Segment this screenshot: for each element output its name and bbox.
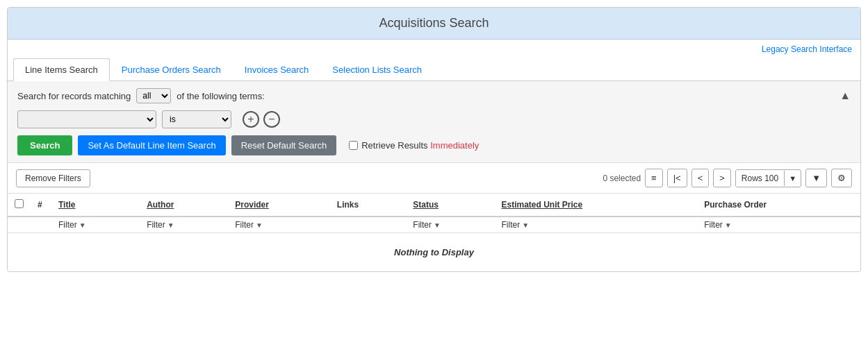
- selected-count: 0 selected: [603, 174, 641, 183]
- select-all-checkbox[interactable]: [15, 199, 24, 208]
- set-default-button[interactable]: Set As Default Line Item Search: [78, 135, 225, 155]
- filter-author-arrow-icon: ▼: [167, 221, 174, 229]
- retrieve-immediately-label: Retrieve Results Immediately: [349, 140, 479, 151]
- th-provider[interactable]: Provider: [228, 194, 330, 217]
- tab-line-items[interactable]: Line Items Search: [13, 58, 110, 81]
- th-links: Links: [330, 194, 407, 217]
- empty-message: Nothing to Display: [8, 233, 860, 272]
- filter-po-arrow-icon: ▼: [725, 221, 732, 229]
- settings-button[interactable]: ⚙: [831, 169, 852, 187]
- tab-invoices[interactable]: Invoices Search: [233, 58, 321, 81]
- th-checkbox: [8, 194, 31, 217]
- legacy-search-link[interactable]: Legacy Search Interface: [762, 44, 852, 54]
- field-select[interactable]: Title Author Provider Status: [17, 110, 156, 128]
- first-page-button[interactable]: |<: [667, 169, 687, 187]
- remove-filters-button[interactable]: Remove Filters: [16, 169, 90, 187]
- filter-po-label: Filter: [704, 220, 723, 230]
- search-form: Search for records matching all any of t…: [8, 81, 860, 163]
- search-button[interactable]: Search: [17, 135, 72, 155]
- tab-selection-lists[interactable]: Selection Lists Search: [320, 58, 434, 81]
- next-page-button[interactable]: >: [713, 169, 731, 187]
- filter-price-button[interactable]: Filter ▼: [501, 220, 529, 230]
- filter-cell-links: [330, 217, 407, 233]
- filter-cell-title: Filter ▼: [51, 217, 140, 233]
- chevron-down-icon: ▼: [812, 173, 821, 183]
- search-suffix-label: of the following terms:: [177, 91, 264, 101]
- match-select[interactable]: all any: [136, 88, 171, 103]
- th-status[interactable]: Status: [406, 194, 494, 217]
- th-estimated-unit-price[interactable]: Estimated Unit Price: [494, 194, 697, 217]
- filter-cell-po: Filter ▼: [697, 217, 860, 233]
- remove-term-button[interactable]: −: [263, 111, 280, 128]
- tabs-row: Line Items Search Purchase Orders Search…: [8, 58, 860, 81]
- filter-cell-num: [31, 217, 51, 233]
- reset-default-button[interactable]: Reset Default Search: [231, 135, 337, 155]
- column-visibility-button[interactable]: ▼: [805, 169, 827, 187]
- rows-label: Rows 100: [736, 170, 784, 187]
- filter-author-label: Filter: [147, 220, 165, 230]
- rows-caret[interactable]: ▼: [784, 171, 801, 186]
- filter-row: Filter ▼ Filter ▼ Filter: [8, 217, 860, 233]
- filter-title-arrow-icon: ▼: [79, 221, 86, 229]
- filter-status-label: Filter: [413, 220, 432, 230]
- search-prefix-label: Search for records matching: [17, 91, 131, 101]
- next-page-icon: >: [719, 173, 725, 183]
- filter-cell-price: Filter ▼: [494, 217, 697, 233]
- results-table-wrap: # Title Author Provider Links Status Est…: [8, 194, 860, 271]
- retrieve-immediately-checkbox[interactable]: [349, 141, 358, 150]
- app-title: Acquisitions Search: [8, 8, 860, 40]
- filter-author-button[interactable]: Filter ▼: [147, 220, 174, 230]
- th-purchase-order: Purchase Order: [697, 194, 860, 217]
- results-toolbar: Remove Filters 0 selected ≡ |< < > Rows …: [8, 163, 860, 194]
- filter-provider-button[interactable]: Filter ▼: [235, 220, 263, 230]
- filter-cell-author: Filter ▼: [140, 217, 228, 233]
- first-page-icon: |<: [673, 173, 681, 183]
- retrieve-text: Retrieve Results Immediately: [361, 140, 479, 151]
- filter-provider-arrow-icon: ▼: [256, 221, 263, 229]
- add-term-button[interactable]: +: [243, 111, 259, 128]
- filter-status-button[interactable]: Filter ▼: [413, 220, 441, 230]
- select-all-icon: ≡: [651, 173, 657, 183]
- retrieve-highlight: Immediately: [430, 140, 479, 151]
- rows-select-wrap: Rows 100 ▼: [735, 169, 801, 187]
- filter-title-button[interactable]: Filter ▼: [58, 220, 86, 230]
- empty-row: Nothing to Display: [8, 233, 860, 272]
- th-author[interactable]: Author: [140, 194, 228, 217]
- th-number: #: [31, 194, 51, 217]
- select-all-button[interactable]: ≡: [645, 169, 663, 187]
- prev-page-icon: <: [698, 173, 703, 183]
- collapse-button[interactable]: ▲: [840, 90, 851, 102]
- prev-page-button[interactable]: <: [691, 169, 710, 187]
- filter-po-button[interactable]: Filter ▼: [704, 220, 732, 230]
- operator-select[interactable]: is is not contains does not contain: [162, 110, 231, 128]
- filter-price-label: Filter: [501, 220, 520, 230]
- filter-provider-label: Filter: [235, 220, 254, 230]
- filter-title-label: Filter: [58, 220, 77, 230]
- filter-status-arrow-icon: ▼: [434, 221, 441, 229]
- results-table: # Title Author Provider Links Status Est…: [8, 194, 860, 271]
- filter-price-arrow-icon: ▼: [522, 221, 529, 229]
- filter-cell-provider: Filter ▼: [228, 217, 330, 233]
- filter-cell-checkbox: [8, 217, 31, 233]
- tab-purchase-orders[interactable]: Purchase Orders Search: [110, 58, 233, 81]
- th-title[interactable]: Title: [51, 194, 140, 217]
- filter-cell-status: Filter ▼: [406, 217, 494, 233]
- table-header-row: # Title Author Provider Links Status Est…: [8, 194, 860, 217]
- gear-icon: ⚙: [837, 173, 846, 183]
